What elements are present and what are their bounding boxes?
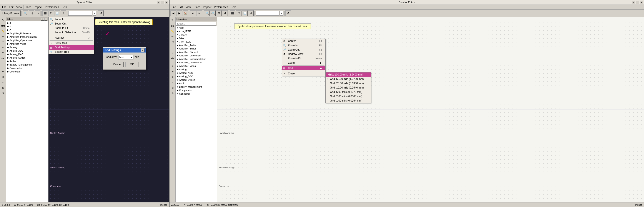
tool-text[interactable]: ab! — [0, 56, 6, 61]
menu-preferences-left[interactable]: Preferences — [44, 5, 60, 9]
menu-redraw[interactable]: Redraw F3 — [49, 36, 94, 40]
list-item[interactable]: ▶74xx_IEEE — [176, 40, 217, 43]
submenu-grid-2[interactable]: Grid: 2.00 mils (0.0508 mm) — [326, 94, 371, 99]
tb-btn-r3[interactable]: 📄 — [242, 10, 248, 16]
list-item[interactable]: ▶Amplifier_Instrumentation — [6, 35, 48, 39]
tool-extra1-r[interactable]: ↕ — [170, 63, 175, 69]
ctx-zoom-in[interactable]: 🔍 Zoom In F1 — [282, 43, 325, 47]
tool-measure-r[interactable]: 📏 — [170, 29, 175, 34]
list-item[interactable]: ▶Amplifier_Audio — [176, 43, 217, 47]
tool-pointer-r[interactable]: ↖ — [170, 17, 175, 22]
list-item[interactable]: ▶Audio — [176, 82, 217, 85]
list-item[interactable]: ▶Amplifier_Buffer — [176, 47, 217, 50]
tb-btn-5[interactable]: ⬚ — [48, 10, 54, 16]
tool-rect-r[interactable]: ⬚ — [170, 39, 175, 45]
dialog-cancel-btn[interactable]: Cancel — [111, 62, 124, 67]
menu-inspect-left[interactable]: Inspect — [32, 5, 44, 9]
ctx-redraw[interactable]: ↺ Redraw View F3 — [282, 52, 325, 56]
maximize-btn-left[interactable]: □ — [161, 1, 164, 4]
tool-text-r[interactable]: ab! — [170, 56, 175, 61]
tb-fwd-btn-r[interactable]: ▶ — [176, 10, 182, 16]
tb-zoomfit-r[interactable]: ⊞ — [216, 10, 222, 16]
list-item[interactable]: ▶7 — [6, 25, 48, 28]
tool-help[interactable]: ? — [0, 50, 6, 55]
tb-btn-7[interactable]: 🖨 — [61, 10, 66, 16]
list-item[interactable]: ▶Analog_ADC — [6, 49, 48, 52]
submenu-grid-25[interactable]: Grid: 25.00 mils (0.6350 mm) — [326, 81, 371, 85]
ctx-center[interactable]: ⊕ Center F4 — [282, 39, 325, 43]
tb-zoomout-r[interactable]: −🔍 — [210, 10, 216, 16]
tb-zoomin-r[interactable]: +🔍 — [204, 10, 210, 16]
submenu-grid-10[interactable]: Grid: 10.00 mils (0.2540 mm) — [326, 85, 371, 90]
dialog-close-btn[interactable]: × — [141, 48, 144, 52]
menu-edit-left[interactable]: Edit — [8, 5, 15, 9]
ctx-zoom-out[interactable]: 🔎 Zoom Out F2 — [282, 47, 325, 52]
menu-zoom-to-fit[interactable]: Zoom to Fit Home — [49, 26, 94, 30]
menu-grid-settings[interactable]: ▦ Grid Settings... — [49, 45, 94, 50]
list-item[interactable]: ▶Analog_DAC — [6, 52, 48, 56]
lib-expand-btn[interactable]: + — [41, 17, 44, 21]
list-item[interactable]: ▶4 — [6, 21, 48, 25]
tool-rect[interactable]: ⬚ — [0, 39, 6, 45]
list-item[interactable]: ▶Connector — [6, 70, 48, 73]
menu-place-left[interactable]: Place — [24, 5, 32, 9]
ctx-close[interactable]: ✕ Close — [282, 71, 325, 76]
submenu-grid-100[interactable]: Grid: 100.00 mils (2.5400 mm) — [326, 72, 371, 77]
list-item[interactable]: ▶Analog — [6, 45, 48, 49]
list-item[interactable]: ▶A — [6, 28, 48, 32]
tb-btn-6[interactable]: 📄 — [54, 10, 60, 16]
tb-dropdown-btn[interactable]: ▼ — [92, 11, 96, 16]
list-item[interactable]: ▶Amplifier_Instrumentation — [176, 57, 217, 61]
submenu-grid-50[interactable]: ✓ Grid: 50.00 mils (1.2700 mm) — [326, 77, 371, 81]
list-item[interactable]: ▶Amplifier_Video — [176, 64, 217, 68]
list-item[interactable]: ▶Connector — [176, 92, 217, 95]
close-btn-right[interactable]: × — [640, 1, 643, 4]
tool-help-r[interactable]: ? — [170, 50, 175, 55]
submenu-grid-1[interactable]: Grid: 1.00 mils (0.0254 mm) — [326, 99, 371, 103]
list-item[interactable]: ▶Comparator — [176, 89, 217, 92]
tb-dropdown-btn-r[interactable]: ▼ — [280, 11, 284, 16]
tool-extra5-r[interactable]: ⊞ — [170, 85, 175, 90]
tool-measure[interactable]: 📏 — [0, 29, 6, 34]
tb-home-btn-r[interactable]: 🏠 — [182, 10, 188, 16]
tb-undo-btn-r[interactable]: ↩ — [190, 10, 196, 16]
tool-extra3-r[interactable]: ⊗ — [170, 74, 175, 79]
tb-btn-8[interactable]: ↺ — [98, 10, 104, 16]
tool-mm[interactable]: mm — [0, 23, 6, 28]
menu-help-right[interactable]: Help — [229, 5, 237, 9]
list-item[interactable]: ▶Amplifier_Difference — [6, 32, 48, 35]
tool-extra4-r[interactable]: ≡ — [170, 80, 175, 85]
ctx-grid-highlighted[interactable]: ▦ Grid ▶ — [282, 66, 325, 70]
tool-extra4[interactable]: ≡ — [0, 80, 6, 85]
tb-btn-1[interactable]: 🔍 — [22, 10, 28, 16]
list-item[interactable]: ▶Amplifier_Operational — [6, 39, 48, 42]
tb-back-btn-r[interactable]: ◀ — [170, 10, 176, 16]
tool-extra5[interactable]: ⊞ — [0, 85, 6, 90]
tool-extra1[interactable]: ↕ — [0, 63, 6, 69]
menu-preferences-right[interactable]: Preferences — [213, 5, 230, 9]
lib-search-right[interactable] — [176, 22, 216, 26]
ctx-zoom-to-fit[interactable]: Zoom to Fit Home — [282, 56, 325, 60]
dialog-ok-btn[interactable]: OK — [126, 62, 138, 67]
tb-btn-r2[interactable]: ⬚ — [236, 10, 242, 16]
lib-collapse-btn[interactable]: − — [44, 17, 48, 21]
minimize-btn-right[interactable]: − — [632, 1, 635, 4]
list-item[interactable]: ▶74xx — [176, 36, 217, 40]
tool-pencil-r[interactable]: ✏ — [170, 34, 175, 39]
menu-search-tree[interactable]: 🔍 Search Tree — [49, 50, 94, 54]
menu-show-grid[interactable]: ✓ Show Grid — [49, 41, 94, 45]
list-item[interactable]: ▶Amplifier_Difference — [176, 54, 217, 57]
tb-input-right[interactable] — [256, 11, 280, 16]
menu-zoom-out[interactable]: 🔎 Zoom Out — [49, 21, 94, 26]
tool-extra6[interactable]: ⇅ — [0, 90, 6, 96]
tb-input-left[interactable] — [68, 11, 92, 16]
list-item[interactable]: ▶Analog_Switch — [6, 56, 48, 59]
list-item[interactable]: ▶Audio — [6, 59, 48, 63]
submenu-grid-5[interactable]: Grid: 5.00 mils (0.1270 mm) — [326, 90, 371, 94]
tb-btn-r4[interactable]: 🖨 — [248, 10, 254, 16]
ctx-zoom-submenu[interactable]: Zoom ▶ — [282, 60, 325, 65]
list-item[interactable]: ▶Amplifier_Video — [6, 42, 48, 45]
tool-extra2-r[interactable]: ⊕ — [170, 69, 175, 74]
tool-circle[interactable]: ○ — [0, 45, 6, 50]
menu-file-left[interactable]: File — [1, 5, 8, 9]
